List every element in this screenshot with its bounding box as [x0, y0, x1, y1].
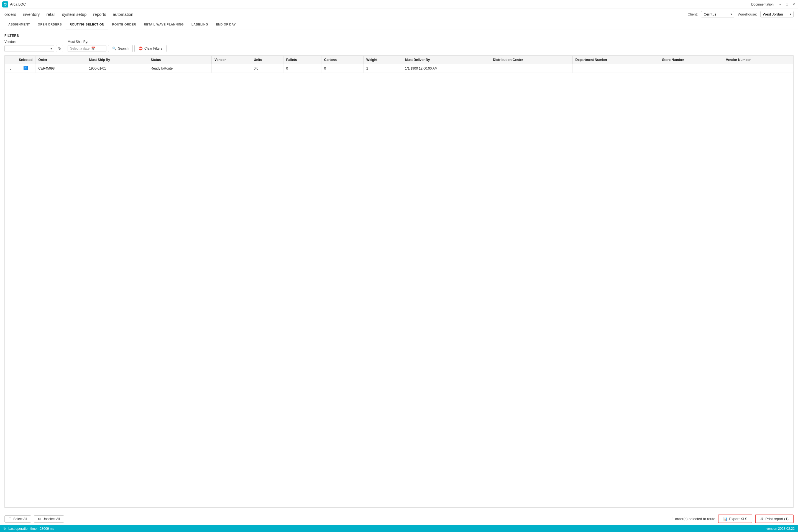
documentation-link[interactable]: Documentation — [751, 2, 774, 6]
print-report-label: Print report (1) — [765, 517, 788, 521]
vendor-label: Vendor: — [4, 40, 63, 44]
warehouse-select-wrapper: West Jordan ▼ — [760, 11, 794, 17]
subnav-assignment[interactable]: ASSIGNMENT — [4, 20, 34, 30]
nav-right: Client: Cerritus ▼ Warehouse: West Jorda… — [688, 11, 794, 17]
top-nav: orders inventory retail system setup rep… — [0, 9, 798, 20]
must-ship-by-group: Must Ship By: Select a date 📅 🔍 Search ⛔… — [68, 40, 167, 52]
nav-orders[interactable]: orders — [4, 12, 16, 17]
vendor-input-row: ▼ ↻ — [4, 45, 63, 52]
col-vendor: Vendor — [212, 56, 251, 64]
distribution-center-cell — [490, 64, 573, 73]
vendor-cell — [212, 64, 251, 73]
spinner-icon: ↻ — [3, 527, 6, 531]
col-store-number: Store Number — [659, 56, 723, 64]
select-all-button[interactable]: ☐ Select All — [4, 515, 31, 522]
col-expand — [5, 56, 16, 64]
main-content: FILTERS Vendor: ▼ ↻ Must Ship By: — [0, 30, 798, 512]
selected-cell[interactable] — [16, 64, 36, 73]
filters-row: Vendor: ▼ ↻ Must Ship By: Select a date — [4, 40, 794, 52]
title-bar: ⏱ Arca LOC Documentation − □ ✕ — [0, 0, 798, 9]
table-header-row: Selected Order Must Ship By Status Vendo… — [5, 56, 793, 64]
must-deliver-by-cell: 1/1/1900 12:00:00 AM — [402, 64, 490, 73]
expand-cell[interactable]: ⌄ — [5, 64, 16, 73]
col-cartons: Cartons — [321, 56, 363, 64]
export-xls-button[interactable]: 📊 Export XLS — [718, 515, 752, 523]
subnav-labeling[interactable]: LABELING — [188, 20, 212, 30]
status-left: ↻ Last operation time: 28009 ms — [3, 527, 54, 531]
status-cell: ReadyToRoute — [148, 64, 211, 73]
bottom-bar: ☐ Select All ⊠ Unselect All 1 order(s) s… — [0, 512, 798, 525]
nav-inventory[interactable]: inventory — [23, 12, 40, 17]
last-operation-time: 28009 ms — [40, 527, 54, 531]
col-status: Status — [148, 56, 211, 64]
pallets-cell: 0 — [283, 64, 321, 73]
close-button[interactable]: ✕ — [791, 2, 796, 7]
subnav-open-orders[interactable]: OPEN ORDERS — [34, 20, 66, 30]
col-must-deliver-by: Must Deliver By — [402, 56, 490, 64]
bottom-left: ☐ Select All ⊠ Unselect All — [4, 515, 64, 522]
vendor-number-cell — [723, 64, 793, 73]
cartons-cell: 0 — [321, 64, 363, 73]
col-department-number: Department Number — [572, 56, 659, 64]
unselect-all-button[interactable]: ⊠ Unselect All — [34, 515, 64, 522]
table-container[interactable]: Selected Order Must Ship By Status Vendo… — [4, 55, 794, 508]
subnav-routing-selection[interactable]: ROUTING SELECTION — [66, 20, 108, 30]
warehouse-select[interactable]: West Jordan — [760, 11, 794, 17]
col-order: Order — [36, 56, 86, 64]
subnav-end-of-day[interactable]: END OF DAY — [212, 20, 240, 30]
nav-system-setup[interactable]: system setup — [62, 12, 87, 17]
date-placeholder: Select a date — [70, 46, 90, 51]
last-operation-label: Last operation time: — [8, 527, 37, 531]
warehouse-label: Warehouse: — [738, 12, 757, 16]
print-report-button[interactable]: 🖨 Print report (1) — [755, 515, 794, 523]
title-bar-left: ⏱ Arca LOC — [2, 1, 26, 7]
nav-automation[interactable]: automation — [113, 12, 133, 17]
nav-links: orders inventory retail system setup rep… — [4, 12, 133, 17]
select-all-label: Select All — [13, 517, 27, 521]
unselect-all-label: Unselect All — [42, 517, 60, 521]
subnav-retail-wave-planning[interactable]: RETAIL WAVE PLANNING — [140, 20, 188, 30]
vendor-select-wrapper: ▼ — [4, 45, 54, 52]
table-row: ⌄ CER45098 1900-01-01 ReadyToRoute 0.0 0… — [5, 64, 793, 73]
vendor-filter-group: Vendor: ▼ ↻ — [4, 40, 63, 52]
date-picker[interactable]: Select a date 📅 — [68, 45, 107, 52]
col-vendor-number: Vendor Number — [723, 56, 793, 64]
col-distribution-center: Distribution Center — [490, 56, 573, 64]
clear-filters-label: Clear Filters — [144, 46, 163, 51]
calendar-icon: 📅 — [91, 46, 95, 51]
nav-retail[interactable]: retail — [46, 12, 55, 17]
bottom-right: 1 order(s) selected to route 📊 Export XL… — [672, 515, 794, 523]
search-label: Search — [118, 46, 129, 51]
client-select[interactable]: Cerritus — [701, 11, 734, 17]
export-icon: 📊 — [723, 517, 727, 521]
col-selected: Selected — [16, 56, 36, 64]
app-title: Arca LOC — [10, 2, 26, 6]
nav-reports[interactable]: reports — [93, 12, 106, 17]
units-cell: 0.0 — [251, 64, 283, 73]
vendor-select[interactable] — [4, 45, 54, 52]
expand-icon[interactable]: ⌄ — [9, 66, 12, 71]
clear-filters-button[interactable]: ⛔ Clear Filters — [134, 45, 167, 52]
version-text: version 2023.02.22 — [766, 527, 795, 531]
export-xls-label: Export XLS — [729, 517, 747, 521]
minimize-button[interactable]: − — [778, 2, 782, 7]
row-checkbox[interactable] — [23, 66, 28, 70]
weight-cell: 2 — [363, 64, 402, 73]
maximize-button[interactable]: □ — [785, 2, 789, 7]
filters-title: FILTERS — [4, 34, 794, 38]
sub-nav: ASSIGNMENT OPEN ORDERS ROUTING SELECTION… — [0, 20, 798, 30]
subnav-route-order[interactable]: ROUTE ORDER — [108, 20, 140, 30]
must-ship-by-label: Must Ship By: — [68, 40, 167, 44]
search-button[interactable]: 🔍 Search — [108, 45, 133, 52]
col-pallets: Pallets — [283, 56, 321, 64]
status-bar: ↻ Last operation time: 28009 ms version … — [0, 525, 798, 532]
filter-icon: ⛔ — [138, 46, 143, 51]
refresh-button[interactable]: ↻ — [56, 45, 63, 52]
client-label: Client: — [688, 12, 698, 16]
title-bar-right: Documentation − □ ✕ — [751, 2, 796, 7]
orders-table: Selected Order Must Ship By Status Vendo… — [5, 56, 793, 73]
col-weight: Weight — [363, 56, 402, 64]
department-number-cell — [572, 64, 659, 73]
must-ship-by-input-row: Select a date 📅 🔍 Search ⛔ Clear Filters — [68, 45, 167, 52]
store-number-cell — [659, 64, 723, 73]
